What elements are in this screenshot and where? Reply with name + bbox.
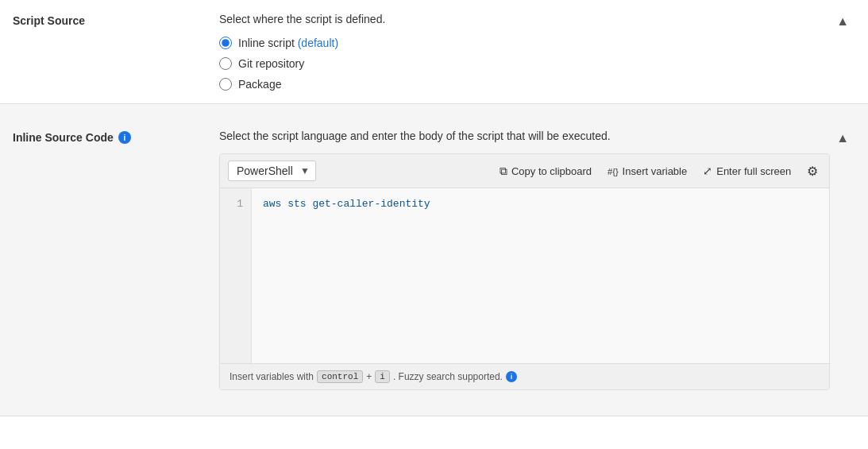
inline-source-code-content: Select the script language and enter the…	[219, 130, 830, 390]
insert-variable-button[interactable]: Insert variable	[604, 163, 690, 179]
inline-source-code-info-icon[interactable]: i	[118, 131, 131, 144]
copy-icon	[500, 165, 507, 178]
inline-source-code-label: Inline Source Code i	[13, 130, 219, 144]
enter-fullscreen-button[interactable]: Enter full screen	[700, 163, 794, 179]
fullscreen-label: Enter full screen	[716, 165, 791, 177]
i-badge: i	[375, 370, 390, 383]
settings-button[interactable]: ⚙	[804, 162, 821, 180]
script-source-content: Select where the script is defined. Inli…	[219, 13, 830, 91]
inline-source-code-section: Inline Source Code i Select the script l…	[0, 104, 868, 416]
variable-icon	[608, 165, 618, 177]
copy-to-clipboard-button[interactable]: Copy to clipboard	[496, 163, 595, 180]
script-source-radio-group: Inline script (default) Git repository P…	[219, 37, 830, 91]
radio-git-label: Git repository	[238, 57, 304, 70]
radio-inline-label: Inline script (default)	[238, 37, 338, 49]
script-source-title: Script Source	[13, 14, 85, 27]
inline-source-code-title: Inline Source Code	[13, 131, 114, 144]
copy-label: Copy to clipboard	[511, 165, 592, 177]
radio-package[interactable]: Package	[219, 78, 830, 91]
editor-footer: Insert variables with control + i . Fuzz…	[220, 363, 829, 389]
script-source-section: Script Source Select where the script is…	[0, 0, 868, 104]
script-source-chevron[interactable]: ▲	[830, 13, 855, 30]
line-number-1: 1	[228, 196, 243, 213]
inline-source-code-chevron[interactable]: ▲	[830, 130, 855, 147]
code-editor-container: PowerShell Bash Python ▼ Copy to clipboa…	[219, 153, 830, 390]
footer-prefix: Insert variables with	[230, 371, 314, 382]
fullscreen-icon	[703, 165, 712, 177]
radio-git-input[interactable]	[219, 57, 232, 70]
radio-inline-script[interactable]: Inline script (default)	[219, 37, 830, 49]
footer-info-icon[interactable]: i	[506, 371, 517, 382]
language-select[interactable]: PowerShell Bash Python	[228, 161, 316, 181]
line-numbers: 1	[220, 188, 252, 363]
editor-body: 1 aws sts get-caller-identity	[220, 188, 829, 363]
script-source-description: Select where the script is defined.	[219, 13, 830, 25]
code-editor[interactable]: aws sts get-caller-identity	[252, 188, 829, 363]
radio-inline-input[interactable]	[219, 37, 232, 49]
gear-icon: ⚙	[807, 165, 818, 178]
editor-toolbar: PowerShell Bash Python ▼ Copy to clipboa…	[220, 154, 829, 188]
footer-plus: +	[366, 371, 372, 382]
control-badge: control	[317, 370, 363, 383]
radio-package-label: Package	[238, 78, 281, 91]
radio-git-repository[interactable]: Git repository	[219, 57, 830, 70]
script-source-label: Script Source	[13, 13, 219, 27]
radio-package-input[interactable]	[219, 78, 232, 91]
insert-variable-label: Insert variable	[623, 165, 688, 177]
inline-source-code-description: Select the script language and enter the…	[219, 130, 830, 142]
language-select-wrapper: PowerShell Bash Python ▼	[228, 161, 316, 181]
footer-suffix: . Fuzzy search supported.	[393, 371, 503, 382]
